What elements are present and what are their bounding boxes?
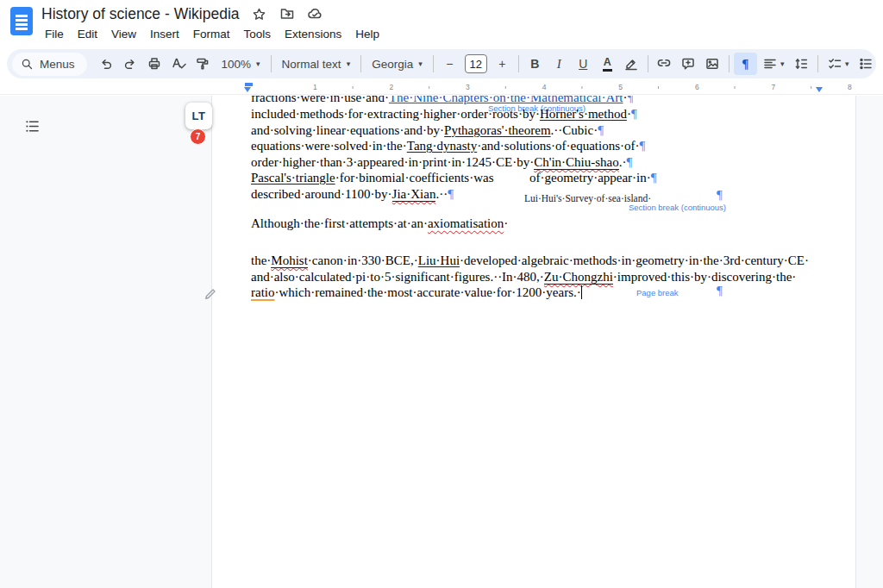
document-outline-button[interactable] [19,113,45,139]
left-indent-marker[interactable] [244,87,251,92]
line-spacing-button[interactable] [790,53,813,75]
add-comment-button[interactable] [677,53,700,75]
align-dropdown[interactable]: ▾ [758,53,789,75]
toolbar-divider [271,55,272,72]
pilcrow-mark: ¶ [627,155,633,169]
menu-item[interactable]: Help [348,26,386,42]
checklist-dropdown[interactable]: ▾ [823,53,854,75]
star-icon[interactable] [252,6,267,22]
misspelled-word: axiomatisation [428,216,504,230]
menu-item[interactable]: File [38,26,71,42]
bold-button[interactable]: B [523,53,547,75]
text-run: · [504,216,508,230]
link-text[interactable]: Liu·Hui [418,253,460,267]
increase-font-size-button[interactable]: + [491,53,514,75]
google-docs-logo-icon[interactable] [10,7,33,35]
menu-item[interactable]: Insert [143,26,186,42]
document-title[interactable]: History of science - Wikipedia [41,5,240,23]
text-color-letter: A [604,57,611,68]
move-to-folder-icon[interactable] [279,6,295,22]
decrease-font-size-button[interactable]: − [438,53,461,75]
redo-button[interactable] [119,53,142,75]
document-page[interactable]: fractions·were·in·use·and·The·Nine·Chapt… [211,96,856,588]
text-cursor [581,285,583,299]
underline-button[interactable]: U [572,53,595,75]
pilcrow-mark: ¶ [448,187,454,201]
pilcrow-mark: ¶ [717,284,723,298]
text-run: ·for·binomial·coefficients·was [335,171,494,185]
toolbar-divider [433,55,434,72]
languagetool-widget[interactable]: LT [185,103,212,129]
ruler[interactable]: 12345678 [0,80,883,95]
menu-item[interactable]: Extensions [278,26,348,42]
right-indent-marker[interactable] [816,87,823,92]
text-run: order·higher·than·3·appeared·in·print·in… [251,155,534,169]
text-run: of·geometry·appear·in· [529,171,651,185]
bulleted-list-button[interactable] [855,53,876,75]
toolbar: Menus 100% ▾ Normal text ▾ Georgia ▾ − +… [7,49,876,78]
styles-dropdown[interactable]: Normal text ▾ [276,53,357,75]
text-run: ·which·remained·the·most·accurate·value·… [275,285,581,299]
google-docs-window: { "header": { "title": "History of scien… [0,0,883,588]
text-line: and·also·calculated·pi·to·5·significant·… [251,269,809,285]
ruler-numbers: 12345678 [277,80,883,94]
edit-pen-icon[interactable] [204,285,219,301]
text-line: and·solving·linear·equations·and·by·Pyth… [251,122,645,139]
chevron-down-icon: ▾ [347,60,351,68]
font-size-input[interactable] [465,54,487,73]
undo-button[interactable] [95,53,118,75]
text-run: described·around·1100·by· [251,187,392,201]
insert-image-button[interactable] [701,53,724,75]
text-run: included·methods·for·extracting·higher·o… [251,107,540,121]
ruler-number: 4 [506,80,583,94]
spellcheck-button[interactable] [167,53,191,75]
link-text[interactable]: Pascal's·triangle [251,171,335,185]
text-run: .· [619,155,627,169]
zoom-dropdown[interactable]: 100% ▾ [216,53,266,75]
text-run: Although·the·first·attempts·at·an· [251,216,428,230]
pilcrow-mark: ¶ [627,96,633,104]
link-text[interactable]: Jia·Xian [392,187,436,202]
menu-item[interactable]: Format [186,26,237,42]
text-run: .·· [435,187,448,201]
pilcrow-mark: ¶ [631,107,637,121]
print-button[interactable] [143,53,166,75]
languagetool-issue-badge[interactable]: 7 [190,128,206,145]
first-line-indent-marker[interactable] [245,83,253,86]
text-line: Although·the·first·attempts·at·an·axioma… [251,216,508,232]
menu-item[interactable]: View [104,26,143,42]
text-run: ·developed·algebraic·methods·in·geometry… [460,253,809,267]
link-text[interactable]: Mohist [271,253,308,268]
font-dropdown[interactable]: Georgia ▾ [366,53,429,75]
link-text[interactable]: Tang·dynasty [407,139,477,153]
link-text[interactable]: Pythagoras'·theorem [444,123,551,137]
text-run: .··Cubic· [551,123,598,137]
menu-item[interactable]: Edit [71,26,104,42]
text-line: ratio·which·remained·the·most·accurate·v… [251,285,809,301]
section-break-label: Section break (continuous) [629,203,726,212]
ruler-number: 3 [429,80,506,94]
insert-link-button[interactable] [653,53,676,75]
italic-button[interactable]: I [548,53,571,75]
link-text[interactable]: Horner's·method [540,107,627,121]
menus-search-button[interactable]: Menus [12,53,87,76]
cloud-saved-icon[interactable] [307,6,323,22]
ruler-number: 7 [736,80,812,94]
text-run: equations·were·solved·in·the· [251,139,407,153]
paint-format-button[interactable] [191,53,215,75]
formatting-marks-toggle[interactable]: ¶ [734,53,757,75]
menu-item[interactable]: Tools [237,26,279,42]
link-text[interactable]: Ch'in·Chiu-shao [534,155,619,170]
pilcrow-mark: ¶ [598,123,604,137]
ruler-number: 5 [582,80,659,94]
highlight-color-button[interactable] [620,53,643,75]
font-value: Georgia [372,58,413,71]
text-color-button[interactable]: A [596,53,619,75]
pilcrow-mark: ¶ [651,171,657,185]
page-break-label: Page break [636,288,679,297]
text-run: ·canon·in·330·BCE,· [308,253,418,267]
text-color-bar [603,69,612,72]
link-text[interactable]: Zu·Chongzhi [544,270,613,285]
style-value: Normal text [282,58,341,71]
paragraph: Although·the·first·attempts·at·an·axioma… [251,216,508,232]
